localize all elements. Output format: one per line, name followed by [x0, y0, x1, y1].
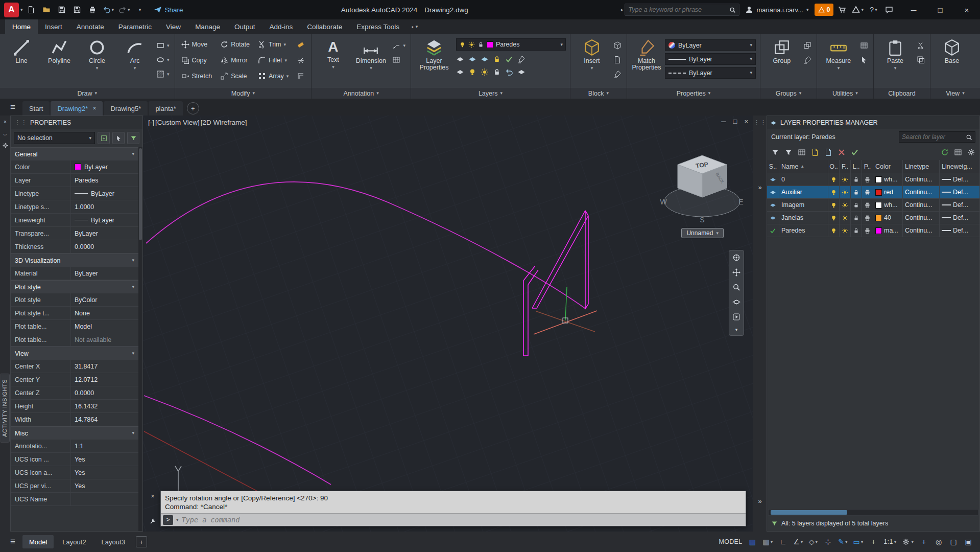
rectangle-button[interactable]: ▾: [155, 39, 171, 52]
layer-color-swatch[interactable]: [875, 202, 882, 209]
column-on[interactable]: O..: [828, 160, 840, 173]
property-row[interactable]: UCS Name: [11, 493, 138, 506]
annotation-objects-toggle[interactable]: ▭▾: [851, 535, 866, 548]
cut-button[interactable]: [916, 39, 926, 52]
offset-button[interactable]: [296, 70, 306, 82]
property-row[interactable]: LinetypeByLayer: [11, 187, 138, 200]
layer-search-icon[interactable]: [966, 134, 972, 141]
modify-panel-label[interactable]: Modify▾: [175, 88, 312, 99]
lineweight-dropdown[interactable]: ByLayer▾: [665, 53, 756, 65]
layer-freeze-toggle[interactable]: [842, 215, 848, 221]
layer-color-swatch[interactable]: [875, 189, 882, 196]
explode-button[interactable]: [296, 54, 306, 66]
search-icon[interactable]: [729, 7, 736, 13]
quick-calculator-button[interactable]: [859, 39, 869, 52]
property-row[interactable]: UCS per vi...Yes: [11, 479, 138, 493]
command-customize-icon[interactable]: [150, 518, 156, 524]
column-freeze[interactable]: F..: [840, 160, 851, 173]
layer-isolate-tool-icon[interactable]: [468, 55, 476, 63]
layer-properties-button[interactable]: Layer Properties: [415, 36, 453, 71]
ellipse-button[interactable]: ▾: [155, 54, 171, 66]
layer-on-toggle[interactable]: [830, 227, 837, 234]
layer-freeze-toggle[interactable]: [842, 202, 848, 209]
layer-lock-toggle[interactable]: [853, 227, 859, 234]
layout-tab-model[interactable]: Model: [22, 535, 54, 548]
recent-commands-icon[interactable]: ▾: [176, 518, 179, 522]
column-color[interactable]: Color: [873, 160, 903, 173]
workspace-switcher-button[interactable]: ▾: [900, 535, 916, 548]
layer-off-tool-icon[interactable]: [456, 55, 464, 63]
utilities-panel-label[interactable]: Utilities▾: [817, 88, 873, 99]
viewport-menu-control[interactable]: [-]: [148, 119, 154, 126]
search-input[interactable]: [628, 6, 726, 13]
tab-addins[interactable]: Add-ins: [262, 19, 300, 34]
unlock-tool-icon[interactable]: [493, 68, 501, 76]
section-3d-visualization[interactable]: 3D Visualization▾: [11, 254, 138, 267]
section-misc[interactable]: Misc▾: [11, 426, 138, 440]
make-current-tool-icon[interactable]: [505, 55, 513, 63]
ortho-mode-toggle[interactable]: ∟: [776, 535, 790, 548]
tab-parametric[interactable]: Parametric: [111, 19, 159, 34]
orbit-icon[interactable]: [732, 298, 740, 306]
view-panel-label[interactable]: View▾: [930, 88, 980, 99]
layer-panel-collapse-icon[interactable]: »: [758, 183, 761, 191]
properties-scrollbar[interactable]: [138, 147, 142, 531]
object-snap-toggle[interactable]: ✎▾: [836, 535, 849, 548]
tab-express-tools[interactable]: Express Tools: [349, 19, 407, 34]
layer-row-imagem[interactable]: Imagem wh... Continu... Def...: [767, 199, 979, 212]
undo-button[interactable]: ▾: [101, 3, 116, 17]
layer-settings-icon[interactable]: [967, 148, 975, 156]
tab-collaborate[interactable]: Collaborate: [300, 19, 349, 34]
drawing-minimize-icon[interactable]: ─: [721, 118, 726, 125]
property-row[interactable]: UCS icon ...Yes: [11, 453, 138, 466]
match-layer-tool-icon[interactable]: [517, 55, 525, 63]
column-lineweight[interactable]: Lineweig...: [940, 160, 979, 173]
minimize-button[interactable]: ─: [900, 0, 927, 19]
isometric-drafting-toggle[interactable]: ◇▾: [806, 535, 820, 548]
layer-row-paredes[interactable]: Paredes ma... Continu... Def...: [767, 224, 979, 237]
search-expand-icon[interactable]: ▸: [621, 8, 624, 12]
isolate-objects-button[interactable]: ◎: [932, 535, 945, 548]
select-objects-button[interactable]: [112, 132, 125, 144]
autoscale-toggle[interactable]: +: [867, 535, 880, 548]
layer-lock-toggle[interactable]: [853, 189, 859, 196]
column-name[interactable]: Name▲: [779, 160, 828, 173]
layer-columns-icon[interactable]: [954, 148, 962, 156]
property-row[interactable]: Plot styleByColor: [11, 293, 138, 307]
layer-table-hscrollbar[interactable]: [768, 509, 978, 516]
tab-home[interactable]: Home: [5, 19, 38, 34]
graphics-performance-button[interactable]: ▢: [947, 535, 960, 548]
autodesk-access-button[interactable]: ▾: [850, 3, 865, 17]
base-button[interactable]: Base: [935, 36, 969, 64]
quick-select-button[interactable]: [127, 132, 139, 144]
id-point-button[interactable]: [859, 54, 869, 66]
maximize-button[interactable]: □: [927, 0, 953, 19]
layer-plot-toggle[interactable]: [864, 202, 871, 209]
property-row[interactable]: Width14.7864: [11, 413, 138, 426]
file-tab-drawing5[interactable]: Drawing5*: [104, 101, 148, 116]
property-row[interactable]: Center X31.8417: [11, 360, 138, 373]
layout-tab-layout3[interactable]: Layout3: [95, 535, 132, 548]
layer-row-janelas[interactable]: Janelas 40 Continu... Def...: [767, 212, 979, 224]
plot-button[interactable]: [86, 3, 100, 17]
showmotion-icon[interactable]: [732, 313, 740, 321]
new-layout-button[interactable]: +: [136, 536, 147, 547]
tab-annotate[interactable]: Annotate: [69, 19, 111, 34]
layer-plot-toggle[interactable]: [864, 176, 871, 183]
refresh-layers-icon[interactable]: [941, 148, 949, 156]
section-plot-style[interactable]: Plot style▾: [11, 280, 138, 293]
fillet-button[interactable]: Fillet▾: [257, 54, 290, 66]
property-row[interactable]: Transpare...ByLayer: [11, 227, 138, 240]
drawing-restore-icon[interactable]: □: [733, 118, 737, 125]
layer-unisolate-tool-icon[interactable]: [456, 68, 464, 76]
new-tab-button[interactable]: +: [187, 102, 199, 114]
property-row[interactable]: Center Z0.0000: [11, 386, 138, 400]
layer-on-tool-icon[interactable]: [468, 68, 476, 76]
object-color-dropdown[interactable]: ByLayer▾: [665, 39, 756, 51]
command-close-icon[interactable]: ×: [151, 493, 154, 500]
zoom-icon[interactable]: [732, 283, 740, 291]
column-plot[interactable]: P..: [862, 160, 873, 173]
layer-search-box[interactable]: [899, 131, 975, 143]
property-row[interactable]: UCS icon a...Yes: [11, 466, 138, 479]
section-view[interactable]: View▾: [11, 347, 138, 360]
